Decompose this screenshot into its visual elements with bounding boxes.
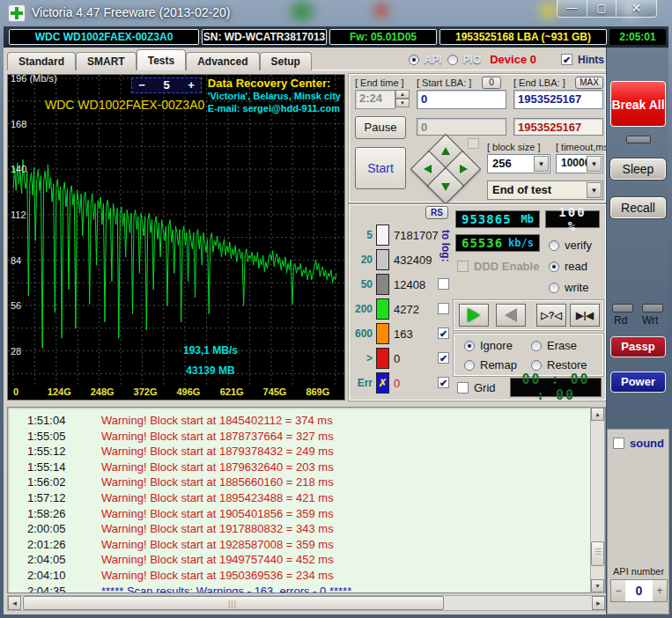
api-number-stepper: − 0 + xyxy=(610,579,668,602)
pio-radio[interactable] xyxy=(447,55,458,65)
verify-label: verify xyxy=(565,239,592,252)
maximize-button[interactable]: ▢ xyxy=(587,0,617,18)
y-axis-tick: 56 xyxy=(11,300,21,311)
scroll-right-button[interactable]: ► xyxy=(592,596,605,610)
step-back-button[interactable] xyxy=(496,304,526,327)
restore-label: Restore xyxy=(547,358,587,372)
stat-log-checkbox[interactable]: ✔ xyxy=(438,327,449,339)
stat-threshold-label: 600 xyxy=(350,327,373,340)
api-number-minus-icon[interactable]: − xyxy=(611,580,625,601)
stat-count: 163 xyxy=(394,327,413,341)
stat-log-checkbox[interactable]: ✔ xyxy=(438,352,449,364)
tab-setup[interactable]: Setup xyxy=(260,52,312,70)
write-label: write xyxy=(565,281,588,294)
stat-log-checkbox[interactable]: ✔ xyxy=(438,377,449,388)
log-horizontal-scrollbar[interactable]: ◄ ||| ► xyxy=(7,595,606,611)
back-icon xyxy=(505,308,517,322)
skip-icon: ▶|◀ xyxy=(576,310,594,321)
start-lba-label: [ Start LBA: ] xyxy=(417,77,471,88)
end-action-dropdown-icon[interactable]: ▼ xyxy=(587,182,602,198)
end-time-spinner[interactable]: 2:24 xyxy=(355,90,395,109)
mode-read-row: read xyxy=(549,260,587,273)
tab-tests[interactable]: Tests xyxy=(137,49,186,70)
start-lba-input[interactable]: 0 xyxy=(417,90,506,109)
sleep-button[interactable]: Sleep xyxy=(610,158,666,180)
end-time-up-icon[interactable]: ▲ xyxy=(395,90,410,99)
scan-monitor-panel: RS 571817072043240950124082004272600163✔… xyxy=(349,204,606,401)
stat-threshold-label: 50 xyxy=(350,278,373,291)
scroll-down-button[interactable]: ▼ xyxy=(591,579,604,592)
ddd-enable-label: DDD Enable xyxy=(474,260,539,273)
log-panel[interactable]: 1:51:04Warning! Block start at 184540211… xyxy=(7,407,606,593)
end-time-down-icon[interactable]: ▼ xyxy=(395,99,410,107)
skip-button[interactable]: ▶|◀ xyxy=(570,304,600,327)
tab-standard[interactable]: Standard xyxy=(7,52,76,70)
ignore-radio[interactable] xyxy=(464,341,475,351)
end-time-label: [ End time ] xyxy=(355,77,404,88)
scroll-left-button[interactable]: ◄ xyxy=(8,596,21,610)
zoom-in-button[interactable]: + xyxy=(181,78,201,92)
drive-serial: SN: WD-WCATR3817013 xyxy=(202,29,327,45)
grid-label: Grid xyxy=(474,381,496,394)
log-timestamp: 2:04:10 xyxy=(27,569,82,582)
block-size-dropdown-icon[interactable]: ▼ xyxy=(534,156,549,172)
pad-right-icon xyxy=(460,165,468,173)
stat-color-swatch xyxy=(376,348,389,369)
seek-test-icon: ▷?◁ xyxy=(541,310,562,321)
log-timestamp: 2:01:26 xyxy=(27,538,82,551)
sound-checkbox[interactable] xyxy=(613,438,624,449)
tab-smart[interactable]: SMART xyxy=(76,52,137,70)
timeout-dropdown-icon[interactable]: ▼ xyxy=(587,156,602,172)
timer-display: 00 : 00 : 00 xyxy=(510,378,602,397)
start-button[interactable]: Start xyxy=(355,147,406,189)
zoom-out-button[interactable]: − xyxy=(132,78,151,92)
recall-button[interactable]: Recall xyxy=(610,197,666,218)
test-control-panel: [ End time ] [ Start LBA: ] 0 [ End LBA:… xyxy=(349,74,606,202)
to-log-label: to log: xyxy=(439,230,452,262)
pause-button[interactable]: Pause xyxy=(355,116,406,139)
tab-advanced[interactable]: Advanced xyxy=(186,52,259,70)
scan-speed-chart[interactable]: 196 (Mb/s)168140112845628 0124G248G372G4… xyxy=(7,74,345,401)
restore-radio[interactable] xyxy=(531,360,542,371)
remap-radio[interactable] xyxy=(464,360,475,371)
log-message: Warning! Block start at 1878737664 = 327… xyxy=(101,430,334,443)
api-radio[interactable] xyxy=(409,55,419,65)
stat-log-checkbox[interactable] xyxy=(438,278,449,290)
api-number-value: 0 xyxy=(625,580,653,601)
ddd-enable-checkbox[interactable] xyxy=(457,261,469,272)
end-lba-max-button[interactable]: MAX xyxy=(575,77,603,89)
write-radio[interactable] xyxy=(549,283,559,293)
y-axis-tick: 84 xyxy=(11,255,21,266)
grid-checkbox[interactable] xyxy=(457,382,469,394)
end-lba-input[interactable]: 1953525167 xyxy=(513,90,603,109)
log-message: Warning! Block start at 1845402112 = 374… xyxy=(101,414,333,427)
horizontal-scroll-thumb[interactable]: ||| xyxy=(23,596,444,610)
vertical-scroll-thumb[interactable]: ☰ xyxy=(591,541,604,566)
horizontal-thumb-grip-icon: ||| xyxy=(228,600,237,608)
erase-radio[interactable] xyxy=(531,341,542,351)
zoom-level: 5 xyxy=(151,78,181,92)
seek-test-button[interactable]: ▷?◁ xyxy=(536,304,566,327)
block-size-select[interactable]: 256 ▼ xyxy=(487,154,550,173)
api-number-plus-icon[interactable]: + xyxy=(653,580,667,601)
end-action-select[interactable]: End of test ▼ xyxy=(487,180,603,200)
log-vertical-scrollbar[interactable]: ▲ ☰ ▼ xyxy=(590,407,605,593)
elapsed-time: 2:05:01 xyxy=(609,29,666,45)
hints-checkbox[interactable]: ✔ xyxy=(561,54,572,65)
power-button[interactable]: Power xyxy=(610,372,666,393)
close-button[interactable]: ✕ xyxy=(617,0,657,18)
passport-button[interactable]: Passp xyxy=(610,336,666,357)
tab-strip: StandardSMARTTestsAdvancedSetup API PIO … xyxy=(7,49,606,70)
timeout-select[interactable]: 10000 ▼ xyxy=(556,154,603,173)
drive-model: WDC WD1002FAEX-00Z3A0 xyxy=(9,29,199,45)
stat-log-checkbox[interactable] xyxy=(438,303,449,314)
minimize-button[interactable]: — xyxy=(557,0,587,18)
scroll-up-button[interactable]: ▲ xyxy=(591,408,604,421)
verify-radio[interactable] xyxy=(549,240,559,251)
rs-button[interactable]: RS xyxy=(425,206,448,219)
play-button[interactable] xyxy=(459,304,489,327)
break-all-button[interactable]: Break All xyxy=(610,81,666,127)
read-radio[interactable] xyxy=(549,261,559,272)
start-lba-zero-button[interactable]: 0 xyxy=(482,77,501,89)
y-axis-tick: 28 xyxy=(11,346,21,357)
